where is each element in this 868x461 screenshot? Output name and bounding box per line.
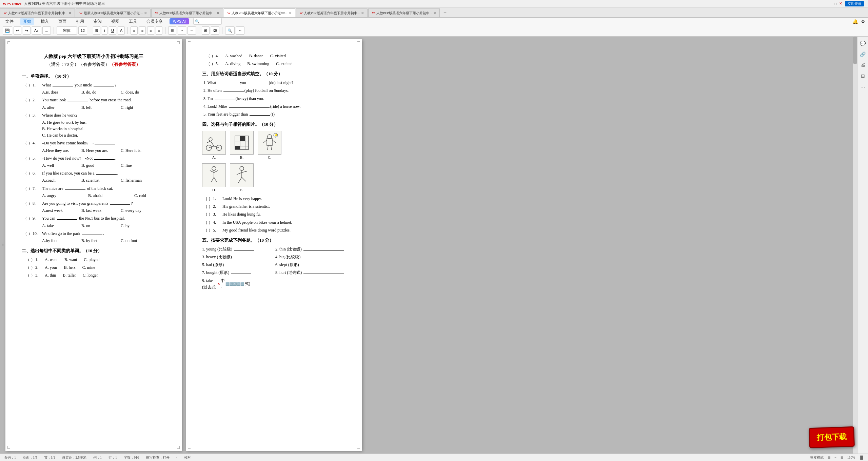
section2-title: 二、选出每组中不同类的单词。（10 分） <box>22 247 165 255</box>
btn-align-right[interactable]: ≡ <box>147 26 154 35</box>
status-compare: 校对 <box>184 455 191 460</box>
btn-justify[interactable]: ≡ <box>156 26 162 35</box>
q8-blank <box>110 204 130 205</box>
menu-tools[interactable]: 工具 <box>126 18 140 25</box>
scroll-thumb[interactable] <box>853 37 857 64</box>
tab-3-close[interactable]: ✕ <box>217 11 219 15</box>
sec4-q2-paren: （ ） <box>203 203 213 210</box>
q1: （ ） 1. What your uncle ? A.is, does B. d… <box>22 82 165 96</box>
search-input[interactable] <box>200 20 220 23</box>
svg-line-31 <box>242 171 247 173</box>
sec2-q1-optB: B. want <box>64 257 77 263</box>
zoom-slider[interactable]: ▐▌ <box>859 456 864 459</box>
status-zoom: 110% <box>847 456 855 459</box>
divider4 <box>165 27 165 34</box>
restore-btn[interactable]: □ <box>834 2 836 6</box>
tab-2-close[interactable]: ✕ <box>144 11 147 15</box>
btn-format[interactable]: A↕ <box>32 26 41 35</box>
btn-redo[interactable]: ↪ <box>23 26 31 35</box>
tab-4[interactable]: W 人教PEP版英语六年级下册小升初中... ✕ <box>224 8 295 17</box>
sec3-q3-blank <box>215 100 235 100</box>
tab-4-close[interactable]: ✕ <box>289 11 292 15</box>
tab-bar: W 人教PEP版英语六年级下册小升初中冲... ✕ W 最新人教PEP版英语六年… <box>0 7 868 18</box>
top-right-icon1[interactable]: 🔔 <box>852 19 858 24</box>
tab-add-btn[interactable]: + <box>440 8 449 17</box>
tab-6-close[interactable]: ✕ <box>433 11 436 15</box>
q5: （ ） 5. –How do you feel now? -Not . A. w… <box>22 155 165 169</box>
btn-italic[interactable]: I <box>102 26 107 35</box>
q7: （ ） 7. The mice are of the black cat. A.… <box>22 185 165 199</box>
q4-optA: A.Here they are. <box>42 147 76 154</box>
tab-5-close[interactable]: ✕ <box>361 11 364 15</box>
svg-rect-12 <box>240 136 245 141</box>
right-icon-comment[interactable]: 💬 <box>859 39 867 47</box>
menu-start[interactable]: 开始 <box>20 18 34 25</box>
menu-ref[interactable]: 引用 <box>73 18 87 25</box>
right-icon-share[interactable]: 🔗 <box>859 50 867 58</box>
sec2-q5-num: 5. <box>216 61 225 67</box>
sec3-q3: 3. I'm (heavy) than you. <box>202 96 346 102</box>
close-btn[interactable]: ✕ <box>839 1 842 6</box>
minimize-btn[interactable]: ─ <box>829 2 832 6</box>
tab-3[interactable]: W 人教PEP版英语六年级下册小升初中... ✕ <box>151 8 223 17</box>
btn-indent[interactable]: → <box>178 26 186 35</box>
answer-label: （有参考答案） <box>110 62 140 67</box>
menu-view[interactable]: 视图 <box>108 18 122 25</box>
sec4-q5-num: 5. <box>213 227 222 234</box>
sec3-q1: 1. What you (do) last night? <box>202 80 346 86</box>
btn-find[interactable]: 🔍 <box>225 26 235 35</box>
img-D-label: D. <box>212 187 216 193</box>
btn-fontsize[interactable]: 12 <box>78 26 87 35</box>
btn-color[interactable]: A <box>118 26 125 35</box>
btn-more[interactable]: … <box>42 26 51 35</box>
sec4-q3-text: He likes doing kung fu. <box>222 211 261 218</box>
search-box[interactable]: 🔍 <box>193 18 222 25</box>
btn-list[interactable]: ☰ <box>168 26 176 35</box>
svg-line-3 <box>211 141 214 146</box>
btn-align-left[interactable]: ≡ <box>131 26 137 35</box>
btn-underline[interactable]: U <box>109 26 116 35</box>
sec4-q2-num: 2. <box>213 203 222 210</box>
tab-1-close[interactable]: ✕ <box>68 11 71 15</box>
tab-2[interactable]: W 最新人教PEP版英语六年级下册小升初... ✕ <box>76 8 151 17</box>
btn-undo[interactable]: ↩ <box>14 26 21 35</box>
q9-blank <box>57 219 77 220</box>
btn-font[interactable]: 宋体 <box>57 26 77 35</box>
toolbar-area: 文件 开始 插入 页面 引用 审阅 视图 工具 会员专享 WPS AI 🔍 🔔 … <box>0 18 868 36</box>
view-icon3[interactable]: ⊞ <box>841 456 843 459</box>
download-btn[interactable]: 打包下载 <box>809 426 855 448</box>
status-page: 页码：1 <box>4 455 16 460</box>
q2-optA: A. after <box>42 104 76 111</box>
scrollbar[interactable] <box>853 37 857 454</box>
menu-insert[interactable]: 插入 <box>38 18 52 25</box>
right-icon-more[interactable]: … <box>859 83 867 91</box>
wps-ai-btn[interactable]: WPS AI <box>170 18 189 24</box>
status-words: 字数：916 <box>124 455 139 460</box>
view-icon2[interactable]: ≡ <box>834 456 836 459</box>
tab-6[interactable]: W 人教PEP版英语六年级下册小升初中... ✕ <box>368 8 440 17</box>
q1-text: What your uncle ? <box>42 82 165 88</box>
q4-options: A.Here they are. B. Here you are. C. Her… <box>23 147 165 154</box>
menu-file[interactable]: 文件 <box>3 18 16 25</box>
view-icon1[interactable]: ⊟ <box>828 456 830 459</box>
menu-review[interactable]: 审阅 <box>91 18 104 25</box>
sec2-q2-optB: B. hers <box>64 264 76 271</box>
tab-5[interactable]: W 人教PEP版英语六年级下册小升初中... ✕ <box>296 8 368 17</box>
tab-1[interactable]: W 人教PEP版英语六年级下册小升初中冲... ✕ <box>0 8 75 17</box>
btn-outdent[interactable]: ← <box>188 26 196 35</box>
btn-save[interactable]: 💾 <box>3 26 12 35</box>
menu-page[interactable]: 页面 <box>56 18 69 25</box>
q5-options: A. well B. good C. fine <box>23 162 165 169</box>
btn-table[interactable]: ⊞ <box>202 26 210 35</box>
btn-bold[interactable]: B <box>93 26 100 35</box>
right-icon-print[interactable]: 🖨 <box>859 61 867 69</box>
btn-image[interactable]: 🖼 <box>211 26 219 35</box>
right-icon-layout[interactable]: ⊟ <box>859 72 867 80</box>
btn-replace[interactable]: ↔ <box>236 26 244 35</box>
save-cloud-btn[interactable]: 立即登录 <box>845 1 864 6</box>
sec5-i6-blank <box>301 266 341 266</box>
menu-member[interactable]: 会员专享 <box>144 18 165 25</box>
top-right-icon2[interactable]: ⚙ <box>861 19 865 24</box>
btn-align-center[interactable]: ≡ <box>139 26 146 35</box>
q1-paren: （ ） <box>23 82 33 88</box>
